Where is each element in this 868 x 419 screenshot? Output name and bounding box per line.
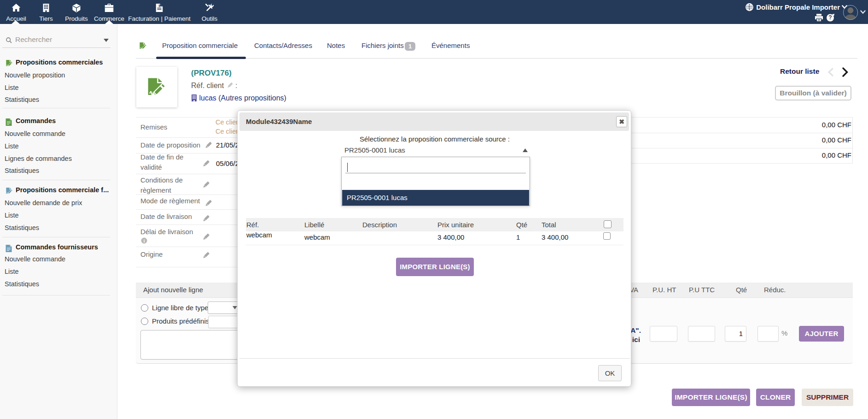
svg-text:i: i: [144, 239, 145, 243]
svg-text:?: ?: [828, 14, 832, 21]
svg-text:$: $: [158, 4, 160, 8]
